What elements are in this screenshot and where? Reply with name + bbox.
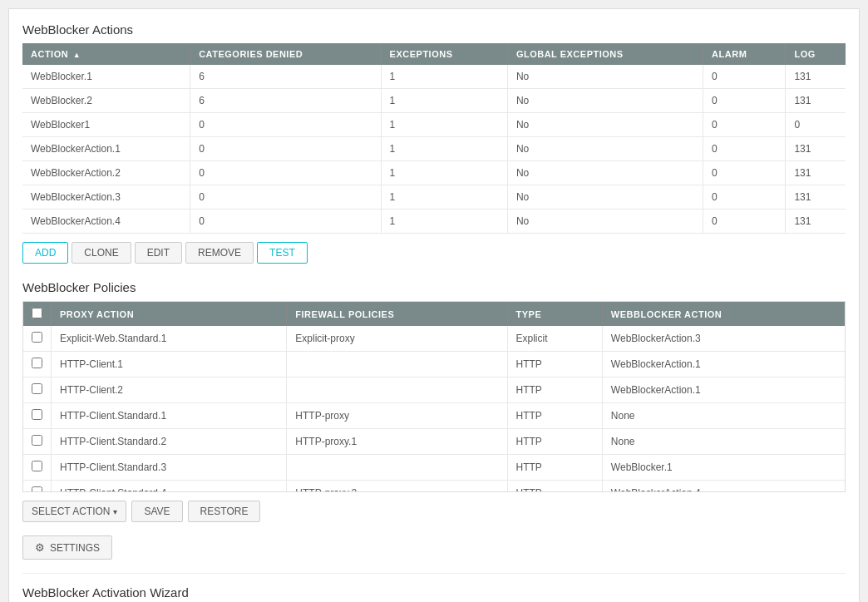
alarm: 0: [703, 89, 786, 113]
restore-button[interactable]: RESTORE: [188, 501, 261, 522]
categories-denied: 6: [190, 65, 381, 89]
test-button[interactable]: TEST: [257, 242, 308, 264]
table-row[interactable]: HTTP-Client.1 HTTP WebBlockerAction.1: [23, 352, 845, 377]
log: 131: [786, 65, 846, 89]
categories-denied: 0: [190, 185, 381, 210]
webblocker-action: WebBlockerAction.1: [602, 377, 845, 403]
global-exceptions: No: [507, 137, 703, 161]
actions-col-alarm: ALARM: [703, 43, 786, 65]
table-row[interactable]: HTTP-Client.Standard.2 HTTP-proxy.1 HTTP…: [23, 429, 845, 455]
proxy-action: HTTP-Client.Standard.1: [52, 403, 287, 429]
actions-col-log: LOG: [786, 43, 846, 65]
log: 0: [786, 113, 846, 137]
exceptions: 1: [381, 113, 507, 137]
action-name: WebBlocker1: [22, 113, 190, 137]
type: HTTP: [507, 352, 602, 377]
firewall-policies: HTTP-proxy: [287, 403, 507, 429]
categories-denied: 0: [190, 210, 381, 234]
row-checkbox[interactable]: [32, 486, 42, 492]
alarm: 0: [703, 161, 786, 185]
clone-button[interactable]: CLONE: [72, 242, 131, 264]
sort-icon: ▲: [73, 51, 81, 59]
action-name: WebBlocker.1: [22, 65, 190, 89]
alarm: 0: [703, 210, 786, 234]
alarm: 0: [703, 65, 786, 89]
firewall-policies: HTTP-proxy.2: [287, 481, 507, 493]
log: 131: [786, 161, 846, 185]
edit-button[interactable]: EDIT: [135, 242, 182, 264]
select-action-button[interactable]: SELECT ACTION: [22, 501, 126, 522]
row-checkbox[interactable]: [32, 435, 42, 446]
table-row[interactable]: WebBlockerAction.3 0 1 No 0 131: [22, 185, 846, 210]
row-checkbox[interactable]: [32, 383, 42, 394]
row-checkbox-cell: [23, 481, 52, 493]
row-checkbox[interactable]: [32, 409, 42, 420]
table-row[interactable]: WebBlocker.1 6 1 No 0 131: [22, 65, 846, 89]
wizard-section: WebBlocker Activation Wizard Use this wi…: [22, 573, 846, 602]
exceptions: 1: [381, 65, 507, 89]
action-name: WebBlockerAction.1: [22, 137, 190, 161]
table-row[interactable]: HTTP-Client.2 HTTP WebBlockerAction.1: [23, 377, 845, 403]
log: 131: [786, 210, 846, 234]
table-row[interactable]: WebBlocker1 0 1 No 0 0: [22, 113, 846, 137]
actions-col-exceptions: EXCEPTIONS: [381, 43, 507, 65]
exceptions: 1: [381, 185, 507, 210]
row-checkbox[interactable]: [32, 358, 42, 368]
global-exceptions: No: [507, 185, 703, 210]
actions-col-action: ACTION ▲: [22, 43, 190, 65]
alarm: 0: [703, 185, 786, 210]
type: Explicit: [507, 326, 602, 352]
table-row[interactable]: HTTP-Client.Standard.4 HTTP-proxy.2 HTTP…: [23, 481, 845, 493]
action-buttons-group: ADD CLONE EDIT REMOVE TEST: [22, 242, 846, 264]
webblocker-action: WebBlockerAction.1: [602, 352, 845, 377]
proxy-action: HTTP-Client.Standard.2: [52, 429, 287, 455]
proxy-action: Explicit-Web.Standard.1: [52, 326, 287, 352]
alarm: 0: [703, 137, 786, 161]
exceptions: 1: [381, 161, 507, 185]
categories-denied: 0: [190, 137, 381, 161]
remove-button[interactable]: REMOVE: [185, 242, 254, 264]
save-button[interactable]: SAVE: [131, 501, 182, 522]
policies-col-proxy: PROXY ACTION: [52, 302, 287, 326]
table-row[interactable]: WebBlockerAction.4 0 1 No 0 131: [22, 210, 846, 234]
policies-section-title: WebBlocker Policies: [22, 280, 846, 294]
action-name: WebBlockerAction.4: [22, 210, 190, 234]
policies-col-checkbox: [23, 302, 52, 326]
type: HTTP: [507, 429, 602, 455]
row-checkbox-cell: [23, 377, 52, 403]
action-name: WebBlocker.2: [22, 89, 190, 113]
actions-table: ACTION ▲ CATEGORIES DENIED EXCEPTIONS GL…: [22, 43, 846, 234]
settings-button[interactable]: SETTINGS: [22, 535, 112, 560]
row-checkbox[interactable]: [32, 332, 42, 343]
proxy-action: HTTP-Client.Standard.4: [52, 481, 287, 493]
webblocker-action: None: [602, 403, 845, 429]
action-name: WebBlockerAction.2: [22, 161, 190, 185]
row-checkbox-cell: [23, 429, 52, 455]
proxy-action: HTTP-Client.2: [52, 377, 287, 403]
global-exceptions: No: [507, 89, 703, 113]
table-row[interactable]: WebBlockerAction.2 0 1 No 0 131: [22, 161, 846, 185]
settings-section: SETTINGS: [22, 535, 846, 560]
action-name: WebBlockerAction.3: [22, 185, 190, 210]
type: HTTP: [507, 377, 602, 403]
table-row[interactable]: WebBlockerAction.1 0 1 No 0 131: [22, 137, 846, 161]
alarm: 0: [703, 113, 786, 137]
page-wrapper: WebBlocker Actions ACTION ▲ CATEGORIES D…: [8, 8, 860, 602]
table-row[interactable]: HTTP-Client.Standard.3 HTTP WebBlocker.1: [23, 455, 845, 481]
row-checkbox-cell: [23, 352, 52, 377]
policies-col-webblocker: WEBBLOCKER ACTION: [602, 302, 845, 326]
row-checkbox-cell: [23, 326, 52, 352]
add-button[interactable]: ADD: [22, 242, 68, 264]
log: 131: [786, 137, 846, 161]
row-checkbox[interactable]: [32, 461, 42, 471]
actions-col-categories: CATEGORIES DENIED: [190, 43, 381, 65]
table-row[interactable]: HTTP-Client.Standard.1 HTTP-proxy HTTP N…: [23, 403, 845, 429]
bottom-buttons-group: SELECT ACTION SAVE RESTORE: [22, 501, 846, 522]
firewall-policies: HTTP-proxy.1: [287, 429, 507, 455]
firewall-policies: [287, 377, 507, 403]
select-all-checkbox[interactable]: [32, 308, 42, 318]
table-row[interactable]: WebBlocker.2 6 1 No 0 131: [22, 89, 846, 113]
actions-col-global: GLOBAL EXCEPTIONS: [507, 43, 703, 65]
table-row[interactable]: Explicit-Web.Standard.1 Explicit-proxy E…: [23, 326, 845, 352]
actions-section-title: WebBlocker Actions: [22, 22, 846, 37]
